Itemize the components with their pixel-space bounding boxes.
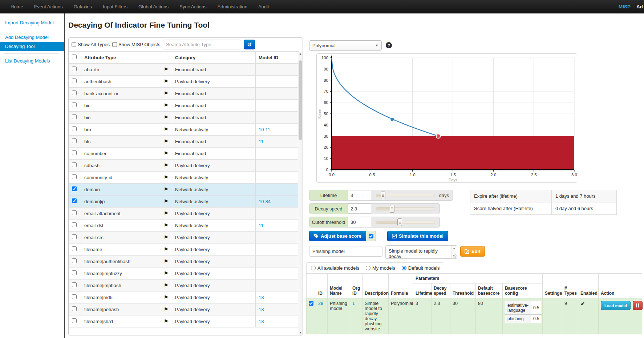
- pause-model-button[interactable]: [633, 301, 643, 310]
- attribute-row[interactable]: bic⚑Financial fraud: [69, 100, 299, 112]
- flag-icon[interactable]: ⚑: [163, 186, 168, 192]
- attribute-checkbox[interactable]: [72, 198, 77, 203]
- attribute-row[interactable]: filename|pehash⚑Payload delivery13: [69, 303, 299, 315]
- attribute-table-scrollbar[interactable]: ▲ ▼: [298, 52, 303, 335]
- attribute-checkbox[interactable]: [72, 102, 77, 107]
- flag-icon[interactable]: ⚑: [163, 318, 168, 324]
- attribute-row[interactable]: email-src⚑Payload delivery: [69, 232, 299, 244]
- sidebar-item-import-decaying-model[interactable]: Import Decaying Model: [0, 18, 64, 27]
- nav-item-global-actions[interactable]: Global Actions: [133, 0, 174, 13]
- scrollbar-thumb[interactable]: [299, 60, 302, 140]
- simulate-model-button[interactable]: Simulate this model: [387, 231, 448, 241]
- decay-chart[interactable]: 01020304050607080901000.00.51.01.52.02.5…: [316, 53, 577, 183]
- attribute-checkbox[interactable]: [72, 222, 77, 227]
- decay-chart-svg[interactable]: 01020304050607080901000.00.51.01.52.02.5…: [317, 54, 577, 182]
- attribute-row[interactable]: bin⚑Financial fraud: [69, 112, 299, 124]
- model-id-link[interactable]: 13: [259, 295, 264, 300]
- filter-my-models[interactable]: My models: [366, 265, 395, 271]
- attribute-checkbox[interactable]: [72, 246, 77, 251]
- flag-icon[interactable]: ⚑: [163, 198, 168, 204]
- model-id-link[interactable]: 13: [259, 319, 264, 324]
- attribute-row[interactable]: btc⚑Financial fraud11: [69, 136, 299, 148]
- param-value-input[interactable]: [348, 204, 371, 214]
- scroll-up-icon[interactable]: ▲: [453, 247, 455, 249]
- attribute-checkbox[interactable]: [72, 270, 77, 275]
- resize-grip-icon[interactable]: [453, 254, 457, 258]
- model-id-link[interactable]: 11: [259, 223, 264, 228]
- flag-icon[interactable]: ⚑: [163, 67, 168, 72]
- model-id-link[interactable]: 29: [318, 301, 323, 306]
- flag-icon[interactable]: ⚑: [163, 150, 168, 156]
- formula-select[interactable]: Polynomial ▼: [309, 40, 382, 51]
- attribute-row[interactable]: email-dst⚑Network activity11: [69, 220, 299, 232]
- model-id-link[interactable]: 84: [265, 199, 270, 204]
- scroll-down-icon[interactable]: ▼: [298, 331, 303, 334]
- attribute-checkbox[interactable]: [72, 234, 77, 239]
- nav-item-audit[interactable]: Audit: [253, 0, 275, 13]
- search-attribute-input[interactable]: [163, 40, 241, 49]
- sidebar-item-decaying-tool[interactable]: Decaying Tool: [0, 42, 64, 51]
- attribute-row[interactable]: filename|md5⚑Payload delivery13: [69, 291, 299, 303]
- attribute-row[interactable]: community-id⚑Network activity: [69, 172, 299, 184]
- edit-model-button[interactable]: Edit: [460, 246, 485, 257]
- adjust-base-score-button[interactable]: Adjust base score: [309, 231, 366, 241]
- attribute-row[interactable]: authentihash⚑Payload delivery: [69, 76, 299, 88]
- model-name-input[interactable]: [309, 246, 382, 257]
- attribute-checkbox[interactable]: [72, 126, 77, 131]
- nav-item-event-actions[interactable]: Event Actions: [29, 0, 68, 13]
- attribute-row[interactable]: filename|authentihash⚑Payload delivery: [69, 255, 299, 267]
- attribute-checkbox[interactable]: [72, 90, 77, 95]
- attribute-checkbox[interactable]: [72, 210, 77, 215]
- flag-icon[interactable]: ⚑: [163, 306, 168, 312]
- model-id-link[interactable]: 13: [259, 307, 264, 312]
- flag-icon[interactable]: ⚑: [163, 258, 168, 264]
- attribute-checkbox[interactable]: [72, 294, 77, 299]
- filter-all-available-models[interactable]: All available models: [311, 265, 359, 271]
- org-id-link[interactable]: 1: [352, 301, 355, 306]
- nav-item-administration[interactable]: Administration: [212, 0, 253, 13]
- flag-icon[interactable]: ⚑: [163, 210, 168, 216]
- flag-icon[interactable]: ⚑: [163, 102, 168, 108]
- model-id-link[interactable]: 11: [259, 139, 264, 144]
- flag-icon[interactable]: ⚑: [163, 126, 168, 132]
- attribute-checkbox[interactable]: [72, 67, 77, 71]
- model-id-link[interactable]: 10: [259, 127, 264, 132]
- attribute-checkbox[interactable]: [72, 186, 77, 191]
- param-slider[interactable]: [376, 207, 435, 210]
- param-slider[interactable]: [376, 221, 435, 224]
- flag-icon[interactable]: ⚑: [163, 79, 168, 84]
- attribute-row[interactable]: domain|ip⚑Network activity1084: [69, 196, 299, 208]
- nav-item-sync-actions[interactable]: Sync Actions: [174, 0, 212, 13]
- attribute-row[interactable]: email-attachment⚑Payload delivery: [69, 208, 299, 220]
- adjust-base-score-checkbox[interactable]: [369, 234, 373, 238]
- slider-handle[interactable]: [397, 218, 402, 226]
- slider-handle[interactable]: [381, 192, 385, 199]
- attribute-row[interactable]: filename|imphash⚑Payload delivery: [69, 279, 299, 291]
- model-id-link[interactable]: 11: [265, 127, 270, 132]
- show-misp-objects-checkbox[interactable]: [112, 42, 117, 47]
- misp-logo[interactable]: MISP: [619, 0, 631, 13]
- show-all-types-checkbox[interactable]: [72, 42, 76, 47]
- attribute-checkbox[interactable]: [72, 258, 77, 263]
- select-all-checkbox[interactable]: [72, 55, 77, 59]
- flag-icon[interactable]: ⚑: [163, 138, 168, 144]
- refresh-types-button[interactable]: ↺: [244, 40, 255, 49]
- attribute-row[interactable]: filename|impfuzzy⚑Payload delivery: [69, 267, 299, 279]
- model-id-link[interactable]: 10: [259, 199, 264, 204]
- flag-icon[interactable]: ⚑: [163, 294, 168, 300]
- attribute-checkbox[interactable]: [72, 138, 77, 143]
- flag-icon[interactable]: ⚑: [163, 174, 168, 180]
- show-misp-objects-option[interactable]: Show MISP Objects: [112, 42, 160, 47]
- model-select-checkbox[interactable]: [309, 301, 313, 306]
- help-icon[interactable]: ?: [386, 42, 392, 48]
- flag-icon[interactable]: ⚑: [163, 222, 168, 228]
- flag-icon[interactable]: ⚑: [163, 90, 168, 96]
- attribute-checkbox[interactable]: [72, 79, 77, 83]
- filter-default-models[interactable]: Default models: [402, 265, 440, 271]
- model-description-textarea[interactable]: Simple model to rapidly decay: [385, 245, 457, 259]
- attribute-row[interactable]: filename⚑Payload delivery: [69, 244, 299, 255]
- attribute-row[interactable]: bro⚑Network activity1011: [69, 124, 299, 136]
- param-slider[interactable]: [376, 194, 435, 197]
- attribute-checkbox[interactable]: [72, 114, 77, 119]
- flag-icon[interactable]: ⚑: [163, 234, 168, 240]
